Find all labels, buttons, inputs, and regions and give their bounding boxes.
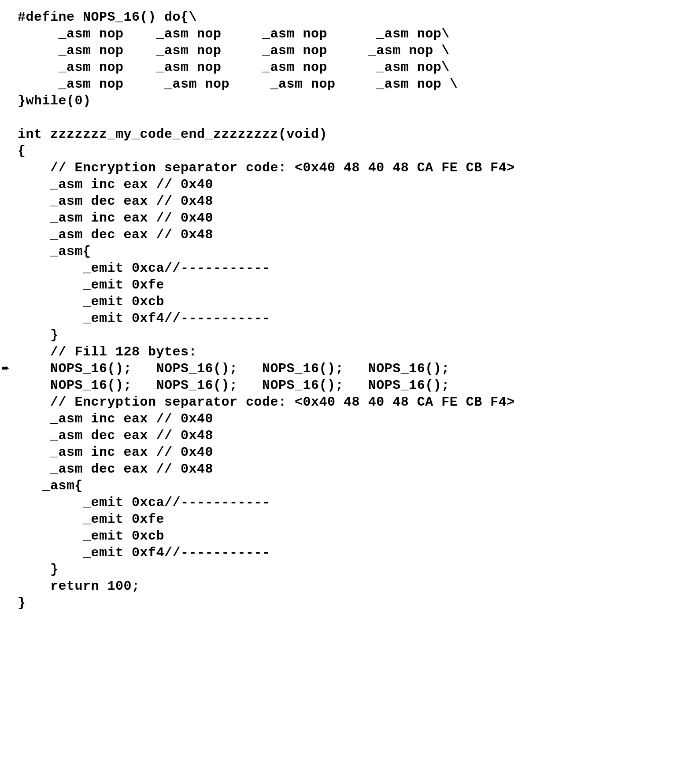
current-line-marker: ➨ <box>2 360 10 377</box>
code-block: #define NOPS_16() do{\ _asm nop _asm nop… <box>0 0 688 620</box>
code-container: #define NOPS_16() do{\ _asm nop _asm nop… <box>0 0 688 620</box>
